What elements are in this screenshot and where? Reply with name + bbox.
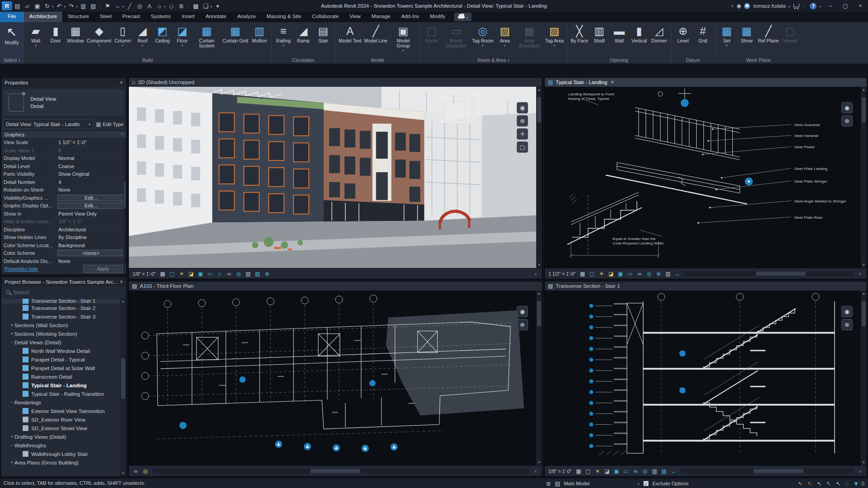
- zoom-icon[interactable]: ⊕: [517, 319, 528, 330]
- tree-item-detail-views-detail[interactable]: −Detail Views (Detail): [1, 338, 126, 347]
- tab-architecture[interactable]: Architecture: [24, 12, 62, 22]
- tab-file[interactable]: File: [0, 12, 24, 22]
- steering-wheel-icon[interactable]: ◉: [841, 306, 853, 317]
- apply-button[interactable]: Apply: [83, 265, 123, 273]
- sync-with-central-icon[interactable]: ↻: [42, 1, 52, 10]
- railing-button[interactable]: ≡Railing▾: [274, 23, 293, 47]
- browser-scrollbar[interactable]: ▲ ▼: [120, 298, 126, 476]
- close-view-icon[interactable]: ×: [611, 79, 614, 85]
- tab-view[interactable]: View: [344, 12, 366, 22]
- aligned-dimension-icon-menu-arrow[interactable]: ▾: [123, 5, 124, 9]
- tab-add-ins[interactable]: Add-Ins: [396, 12, 425, 22]
- tree-item-rainscreen-detail[interactable]: Rainscreen Detail: [1, 372, 126, 381]
- search-icon[interactable]: ◉: [736, 3, 741, 9]
- sun-settings-icon[interactable]: ☀: [594, 468, 601, 474]
- graphics-section-header[interactable]: Graphics ^: [1, 131, 126, 139]
- reveal-hidden-icon[interactable]: ∞: [632, 468, 639, 474]
- tree-item-transverse-section-stair-2[interactable]: Transverse Section - Stair 2: [1, 304, 126, 312]
- temporary-hide-icon[interactable]: ◎: [642, 468, 648, 474]
- tree-item-typical-stair-railing-transition[interactable]: Typical Stair - Railing Transition: [1, 389, 126, 398]
- tree-item-north-wall-window-detail[interactable]: North Wall Window Detail: [1, 347, 126, 355]
- view-scale[interactable]: 1/8" = 1'-0": [132, 271, 156, 277]
- vertical-scrollbar[interactable]: ▲▼: [536, 291, 542, 465]
- orbit-icon[interactable]: ▢: [517, 141, 528, 153]
- undo-icon[interactable]: ↶: [55, 1, 64, 10]
- crop-view-icon[interactable]: ▣: [613, 468, 620, 474]
- horizontal-scrollbar[interactable]: [681, 469, 854, 474]
- model-text-button[interactable]: AModel Text: [337, 23, 363, 43]
- crop-region-icon[interactable]: ▭: [207, 271, 213, 277]
- minimize-button[interactable]: –: [825, 3, 836, 9]
- model-line-button[interactable]: ╱Model Line: [363, 23, 389, 43]
- default-3d-view-icon[interactable]: ⌂: [155, 1, 164, 10]
- select-elements-by-face-icon[interactable]: ↖: [826, 480, 831, 487]
- roof-button[interactable]: ◢Roof▾: [132, 23, 152, 47]
- crop-region-icon[interactable]: ▭: [627, 271, 633, 277]
- viewport-title-bar[interactable]: ⌂ 3D (Shaded) Uncropped: [129, 78, 542, 87]
- view-scale[interactable]: 1 1/2" = 1'-0": [548, 271, 576, 277]
- bim360-cloud-button[interactable]: ▾: [454, 13, 472, 21]
- crop-region-icon[interactable]: ▭: [623, 468, 629, 474]
- floor-button[interactable]: ◪Floor▾: [172, 23, 192, 47]
- display-style-icon[interactable]: ▦: [159, 271, 166, 277]
- schedules-icon[interactable]: ≣: [177, 1, 186, 10]
- reveal-hidden-icon[interactable]: ∞: [636, 271, 643, 277]
- crop-view-icon[interactable]: ▣: [617, 271, 624, 277]
- steering-wheel-icon[interactable]: ◉: [841, 102, 853, 113]
- tree-item-sections-wall-section[interactable]: +Sections (Wall Section): [1, 321, 126, 329]
- tab-massing-site[interactable]: Massing & Site: [261, 12, 307, 22]
- vertical-scrollbar[interactable]: ▲▼: [536, 87, 542, 268]
- background-processes-icon[interactable]: ◌: [845, 480, 849, 487]
- search-back-icon[interactable]: ‹: [731, 3, 733, 9]
- open-icon[interactable]: ▱: [23, 1, 32, 10]
- browser-search-input[interactable]: [13, 290, 122, 295]
- reveal-hidden-icon[interactable]: ∞: [132, 468, 139, 474]
- tree-item-area-plans-gross-building[interactable]: +Area Plans (Gross Building): [1, 458, 126, 467]
- ramp-button[interactable]: ◢Ramp: [293, 23, 313, 43]
- design-options-combo[interactable]: Main Model ∨: [564, 480, 640, 488]
- tag-area-button[interactable]: ▨Tag Area▾: [544, 23, 565, 47]
- lock-view-icon[interactable]: ⌂: [216, 271, 223, 277]
- help-menu-arrow-icon[interactable]: ▾: [819, 5, 821, 9]
- default-3d-view-icon-menu-arrow[interactable]: ▾: [164, 5, 166, 9]
- select-links-icon[interactable]: ↖: [807, 480, 812, 487]
- tag-by-category-icon[interactable]: ◎: [135, 1, 144, 10]
- property-value[interactable]: Edit...: [57, 195, 124, 201]
- viewport-title-bar[interactable]: ▤ A103 - Third Floor Plan: [129, 282, 542, 291]
- select-pinned-elements-icon[interactable]: ↖: [817, 480, 822, 487]
- drawing-area-section[interactable]: ◉ ⊕: [545, 291, 861, 465]
- scroll-down-icon[interactable]: ▼: [122, 470, 125, 476]
- shadows-icon[interactable]: ◪: [604, 468, 610, 474]
- tab-annotate[interactable]: Annotate: [200, 12, 232, 22]
- scrollbar-thumb[interactable]: [756, 272, 806, 276]
- scroll-up-icon[interactable]: ▲: [538, 87, 541, 93]
- sun-settings-icon[interactable]: ☀: [178, 271, 185, 277]
- transfer-icon[interactable]: ▧: [89, 1, 98, 10]
- by-face-button[interactable]: ╳By Face: [569, 23, 590, 43]
- help-icon[interactable]: ?: [810, 3, 816, 9]
- signed-in-user[interactable]: tomasz.fudala: [753, 3, 786, 9]
- column-button[interactable]: ▯Column▾: [113, 23, 132, 47]
- aligned-dimension-icon[interactable]: ↔: [113, 1, 123, 10]
- redo-icon-menu-arrow[interactable]: ▾: [76, 5, 78, 9]
- properties-close-icon[interactable]: ×: [120, 80, 123, 86]
- save-icon[interactable]: ▣: [33, 1, 42, 10]
- tab-steel[interactable]: Steel: [94, 12, 117, 22]
- tree-expander-icon[interactable]: −: [9, 340, 14, 345]
- type-selector[interactable]: Detail View Detail: [3, 89, 125, 117]
- tab-precast[interactable]: Precast: [117, 12, 146, 22]
- vertical-button[interactable]: ▮Vertical: [629, 23, 649, 43]
- scroll-up-icon[interactable]: ▲: [122, 298, 125, 304]
- tree-item-walkthrough-lobby-stair[interactable]: Walkthrough Lobby Stair: [1, 450, 126, 458]
- visual-style-icon[interactable]: ▢: [169, 271, 175, 277]
- scrollbar-thumb[interactable]: [754, 469, 803, 473]
- reveal-hidden-icon[interactable]: ∞: [226, 271, 232, 277]
- section-marker-icon[interactable]: ◇: [167, 1, 176, 10]
- tab-systems[interactable]: Systems: [146, 12, 176, 22]
- revit-application-button[interactable]: R: [2, 1, 12, 10]
- shaft-button[interactable]: ▥Shaft: [590, 23, 609, 43]
- scrollbar-thumb[interactable]: [121, 358, 125, 399]
- view-scale[interactable]: 1/8" = 1'-0": [548, 469, 571, 474]
- curtain-system-button[interactable]: ▦Curtain System: [192, 23, 221, 48]
- tree-item-sd-exterior-street-view[interactable]: SD_Exterior Street View: [1, 424, 126, 432]
